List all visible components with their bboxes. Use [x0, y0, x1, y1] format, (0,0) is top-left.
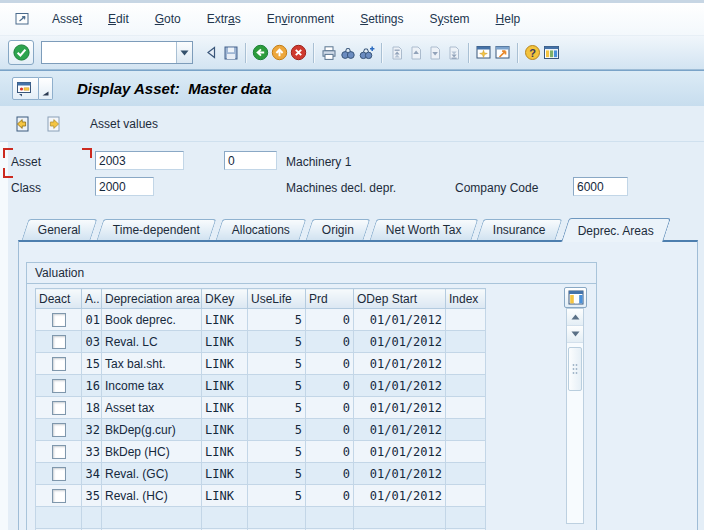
deact-checkbox[interactable] — [52, 313, 66, 327]
cell-prd[interactable]: 0 — [306, 375, 354, 397]
cell-deact[interactable] — [36, 353, 82, 375]
cell-odep-start[interactable]: 01/01/2012 — [354, 441, 446, 463]
cell-dkey[interactable]: LINK — [202, 331, 248, 353]
cell-deact[interactable] — [36, 441, 82, 463]
menu-item-help[interactable]: Help — [494, 10, 523, 28]
column-header[interactable]: UseLife — [248, 289, 306, 309]
tab-insurance[interactable]: Insurance — [477, 219, 563, 240]
menu-item-asset[interactable]: Asset — [50, 10, 84, 28]
asset-number-field[interactable]: 2003 — [95, 151, 184, 170]
find-button[interactable] — [339, 43, 356, 63]
cell-odep-start[interactable]: 01/01/2012 — [354, 485, 446, 507]
cell-area[interactable]: 15 — [82, 353, 102, 375]
cell-prd[interactable]: 0 — [306, 441, 354, 463]
vertical-scrollbar[interactable] — [566, 308, 584, 524]
cell-area[interactable]: 35 — [82, 485, 102, 507]
back-triangle-button[interactable] — [203, 43, 220, 63]
cell-dkey[interactable]: LINK — [202, 397, 248, 419]
cell-uselife[interactable]: 5 — [248, 441, 306, 463]
cell-deact[interactable] — [36, 309, 82, 331]
cell-odep-start[interactable]: 01/01/2012 — [354, 463, 446, 485]
command-input[interactable] — [42, 42, 176, 63]
cell-area[interactable]: 32 — [82, 419, 102, 441]
next-asset-button[interactable] — [44, 114, 64, 134]
cell-area[interactable]: 01 — [82, 309, 102, 331]
cell-depreciation-area[interactable]: BkDep(g.cur) — [102, 419, 202, 441]
cell-index[interactable] — [446, 309, 486, 331]
class-field[interactable]: 2000 — [95, 177, 154, 196]
cell-uselife[interactable]: 5 — [248, 419, 306, 441]
new-session-button[interactable] — [475, 43, 492, 63]
cell-prd[interactable]: 0 — [306, 463, 354, 485]
cell-empty[interactable] — [202, 507, 248, 529]
asset-subnumber-field[interactable]: 0 — [224, 151, 277, 170]
cell-odep-start[interactable]: 01/01/2012 — [354, 331, 446, 353]
cell-odep-start[interactable]: 01/01/2012 — [354, 353, 446, 375]
cell-dkey[interactable]: LINK — [202, 353, 248, 375]
cell-depreciation-area[interactable]: Reval. (GC) — [102, 463, 202, 485]
previous-page-button[interactable] — [407, 43, 424, 63]
tab-net-worth-tax[interactable]: Net Worth Tax — [369, 219, 477, 240]
find-next-button[interactable] — [358, 43, 375, 63]
customize-layout-button[interactable] — [543, 43, 560, 63]
table-settings-button[interactable] — [564, 287, 587, 308]
cell-deact[interactable] — [36, 375, 82, 397]
deact-checkbox[interactable] — [52, 467, 66, 481]
cell-area[interactable]: 16 — [82, 375, 102, 397]
cell-odep-start[interactable]: 01/01/2012 — [354, 375, 446, 397]
cell-empty[interactable] — [82, 507, 102, 529]
last-page-button[interactable] — [445, 43, 462, 63]
column-header[interactable]: Depreciation area — [102, 289, 202, 309]
cell-area[interactable]: 34 — [82, 463, 102, 485]
company-code-field[interactable]: 6000 — [573, 177, 628, 196]
cell-uselife[interactable]: 5 — [248, 397, 306, 419]
title-dropdown-button[interactable] — [39, 77, 53, 100]
cell-odep-start[interactable]: 01/01/2012 — [354, 397, 446, 419]
cell-empty[interactable] — [306, 507, 354, 529]
cell-deact[interactable] — [36, 397, 82, 419]
print-button[interactable] — [320, 43, 337, 63]
scrollbar-thumb[interactable] — [568, 347, 582, 391]
cell-depreciation-area[interactable]: BkDep (HC) — [102, 441, 202, 463]
cell-dkey[interactable]: LINK — [202, 419, 248, 441]
cell-deact[interactable] — [36, 463, 82, 485]
cell-index[interactable] — [446, 375, 486, 397]
cell-depreciation-area[interactable]: Tax bal.sht. — [102, 353, 202, 375]
cell-empty[interactable] — [354, 507, 446, 529]
menu-item-edit[interactable]: Edit — [106, 10, 131, 28]
cell-depreciation-area[interactable]: Asset tax — [102, 397, 202, 419]
cell-index[interactable] — [446, 397, 486, 419]
cell-dkey[interactable]: LINK — [202, 309, 248, 331]
tab-origin[interactable]: Origin — [305, 219, 370, 240]
cell-odep-start[interactable]: 01/01/2012 — [354, 419, 446, 441]
nav-back-button[interactable] — [252, 43, 269, 63]
cell-uselife[interactable]: 5 — [248, 375, 306, 397]
cell-prd[interactable]: 0 — [306, 309, 354, 331]
cell-empty[interactable] — [102, 507, 202, 529]
cell-uselife[interactable]: 5 — [248, 485, 306, 507]
cell-index[interactable] — [446, 485, 486, 507]
save-button[interactable] — [222, 43, 239, 63]
first-page-button[interactable] — [388, 43, 405, 63]
tab-deprec-areas[interactable]: Deprec. Areas — [561, 218, 671, 242]
cell-index[interactable] — [446, 463, 486, 485]
enter-button[interactable] — [8, 40, 34, 65]
command-dropdown-button[interactable] — [176, 42, 192, 63]
cell-prd[interactable]: 0 — [306, 485, 354, 507]
system-menu-button[interactable] — [14, 10, 34, 28]
deact-checkbox[interactable] — [52, 379, 66, 393]
asset-values-button[interactable]: Asset values — [86, 115, 162, 133]
cell-empty[interactable] — [36, 507, 82, 529]
cell-index[interactable] — [446, 331, 486, 353]
deact-checkbox[interactable] — [52, 489, 66, 503]
cell-area[interactable]: 33 — [82, 441, 102, 463]
column-header[interactable]: ODep Start — [354, 289, 446, 309]
column-header[interactable]: A.. — [82, 289, 102, 309]
menu-item-environment[interactable]: Environment — [265, 10, 336, 28]
column-header[interactable]: Deact — [36, 289, 82, 309]
column-header[interactable]: DKey — [202, 289, 248, 309]
cell-prd[interactable]: 0 — [306, 397, 354, 419]
cell-deact[interactable] — [36, 485, 82, 507]
cell-depreciation-area[interactable]: Book deprec. — [102, 309, 202, 331]
previous-asset-button[interactable] — [12, 114, 32, 134]
